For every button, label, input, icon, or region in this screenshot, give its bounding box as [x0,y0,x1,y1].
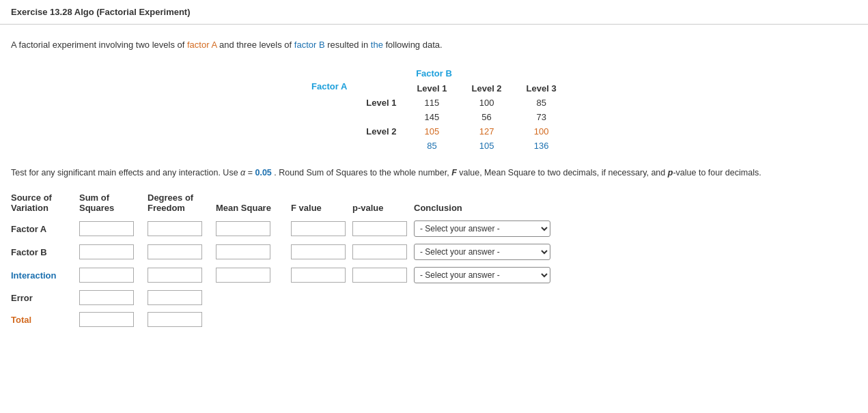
p-factor-a-input[interactable] [352,221,407,236]
factor-a-level1-row2: 145 56 73 [354,110,568,124]
ms-error [216,287,291,309]
p-factor-b-input[interactable] [352,244,407,259]
cell-l1b1-r1: 115 [404,96,459,110]
col-header-conc: Conclusion [414,191,564,217]
cell-l2b2-r2: 105 [460,139,514,153]
ms-factor-b [216,240,291,264]
conc-interaction: - Select your answer - Significant Not S… [414,264,564,287]
ms-factor-a [216,217,291,240]
anova-row-factor-a: Factor A [11,217,564,240]
col-header-source: Source ofVariation [11,191,79,217]
cell-l2b1-r2: 85 [404,139,459,153]
anova-row-factor-b: Factor B [11,240,564,264]
df-factor-a [148,217,216,240]
f-symbol: F [451,168,457,177]
ss-factor-a-input[interactable] [79,221,134,236]
f-factor-a [291,217,352,240]
conc-factor-a: - Select your answer - Significant Not S… [414,217,564,240]
conc-total [414,309,564,330]
source-interaction: Interaction [11,264,79,287]
cell-l2b3-r1: 100 [514,124,569,139]
df-factor-a-input[interactable] [148,221,202,236]
ss-factor-b [79,240,148,264]
anova-row-error: Error [11,287,564,309]
df-interaction-input[interactable] [148,268,202,283]
p-factor-b [352,240,414,264]
conc-factor-b: - Select your answer - Significant Not S… [414,240,564,264]
f-factor-a-input[interactable] [291,221,346,236]
factor-b-text: factor B [294,40,325,50]
cell-l1b1-r2: 145 [404,110,459,124]
df-total-input[interactable] [148,312,202,327]
source-factor-a: Factor A [11,217,79,240]
col-header-f: F value [291,191,352,217]
page-header: Exercise 13.28 Algo (Factorial Experimen… [0,0,868,25]
ss-error [79,287,148,309]
df-factor-b-input[interactable] [148,244,202,259]
ss-total-input[interactable] [79,312,134,327]
empty-label [354,110,404,124]
col-header-p: p-value [352,191,414,217]
f-interaction [291,264,352,287]
source-error: Error [11,287,79,309]
factor-a-level1-row1: Level 1 115 100 85 [354,96,568,110]
cell-l1b3-r2: 73 [514,110,569,124]
p-interaction [352,264,414,287]
ms-factor-b-input[interactable] [216,244,270,259]
factor-a-level2-row1: Level 2 105 127 100 [354,124,568,139]
level1-header: Level 1 [404,81,459,96]
ms-total [216,309,291,330]
level3-header: Level 3 [514,81,569,96]
page-title: Exercise 13.28 Algo (Factorial Experimen… [11,7,191,17]
ss-interaction [79,264,148,287]
level1-row-label: Level 1 [354,96,404,110]
data-table-container: Factor B Factor A Level 1 Level 2 Level … [11,68,857,153]
main-content: A factorial experiment involving two lev… [0,25,868,344]
factor-a-label: Factor A [311,81,347,91]
f-factor-b-input[interactable] [291,244,346,259]
anova-row-interaction: Interaction [11,264,564,287]
factor-a-text: factor A [187,40,216,50]
alpha-value: 0.05 [255,168,271,177]
factor-b-label: Factor B [299,68,568,79]
df-total [148,309,216,330]
p-total [352,309,414,330]
ms-interaction-input[interactable] [216,268,270,283]
factor-a-level2-row2: 85 105 136 [354,139,568,153]
cell-l1b3-r1: 85 [514,96,569,110]
ss-factor-b-input[interactable] [79,244,134,259]
alpha-symbol: α [240,168,245,177]
f-error [291,287,352,309]
p-error [352,287,414,309]
ms-factor-a-input[interactable] [216,221,270,236]
f-total [291,309,352,330]
in-the-text: the [371,40,383,50]
col-header-ss: Sum ofSquares [79,191,148,217]
df-error [148,287,216,309]
df-error-input[interactable] [148,290,202,305]
level2-header: Level 2 [460,81,514,96]
f-interaction-input[interactable] [291,268,346,283]
ss-interaction-input[interactable] [79,268,134,283]
conc-factor-a-select[interactable]: - Select your answer - Significant Not S… [414,220,550,237]
df-interaction [148,264,216,287]
f-factor-b [291,240,352,264]
anova-row-total: Total [11,309,564,330]
ss-error-input[interactable] [79,290,134,305]
conc-interaction-select[interactable]: - Select your answer - Significant Not S… [414,267,550,283]
data-table-outer: Factor B Factor A Level 1 Level 2 Level … [299,68,568,153]
empty-label2 [354,139,404,153]
intro-text: A factorial experiment involving two lev… [11,38,857,52]
col-header-ms: Mean Square [216,191,291,217]
ss-total [79,309,148,330]
anova-table: Source ofVariation Sum ofSquares Degrees… [11,191,564,330]
cell-l1b2-r1: 100 [460,96,514,110]
instruction-text: Test for any significant main effects an… [11,167,857,180]
cell-l1b2-r2: 56 [460,110,514,124]
p-interaction-input[interactable] [352,268,407,283]
conc-error [414,287,564,309]
df-factor-b [148,240,216,264]
p-symbol: p [668,168,673,177]
p-factor-a [352,217,414,240]
conc-factor-b-select[interactable]: - Select your answer - Significant Not S… [414,244,550,260]
